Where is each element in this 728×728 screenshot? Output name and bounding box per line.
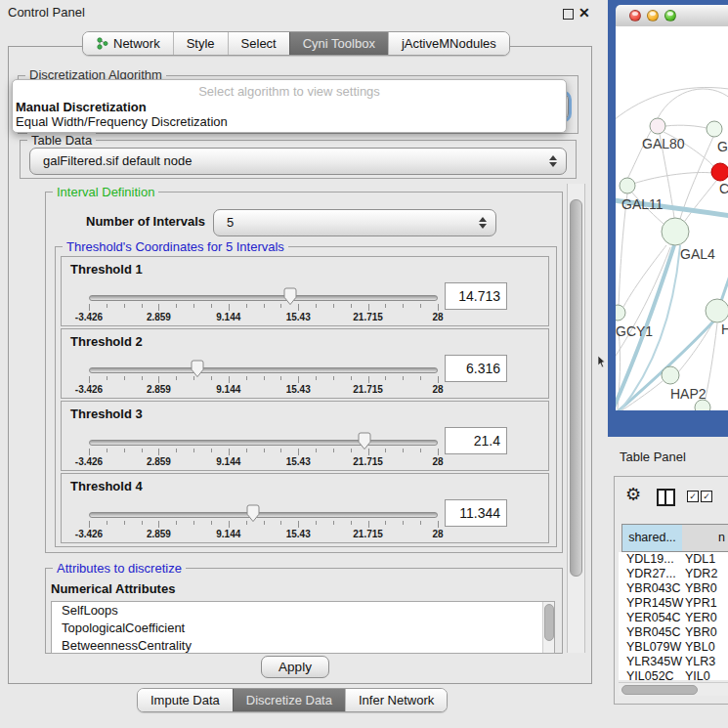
table-data-combobox[interactable]: galFiltered.sif default node	[29, 148, 567, 175]
panel-scrollbar-thumb[interactable]	[570, 199, 582, 577]
checkbox-icon[interactable]: ✓	[687, 491, 699, 502]
close-traffic-light[interactable]	[629, 10, 641, 21]
columns-icon[interactable]	[657, 489, 675, 506]
slider-tick	[158, 304, 159, 311]
network-edge[interactable]	[665, 125, 707, 128]
attribute-item[interactable]: BetweennessCentrality	[52, 637, 554, 654]
slider-track[interactable]	[89, 512, 438, 518]
threshold-label: Threshold 3	[70, 407, 143, 421]
table-row[interactable]: YDR27...YDR2	[619, 567, 728, 581]
checkbox-icon[interactable]: ✓	[701, 491, 712, 502]
network-edge[interactable]	[616, 247, 670, 359]
slider-thumb[interactable]	[191, 360, 204, 378]
slider-tick	[368, 376, 369, 383]
table-hscrollbar-thumb[interactable]	[621, 685, 698, 695]
network-node[interactable]	[711, 163, 728, 181]
threshold-slider[interactable]: -3.4262.8599.14415.4321.71528	[89, 507, 438, 540]
network-node[interactable]	[662, 218, 689, 245]
slider-tick	[420, 449, 421, 452]
control-panel-title: Control Panel	[8, 0, 85, 25]
tab-cyni-toolbox[interactable]: Cyni Toolbox	[289, 32, 388, 55]
popup-option-manual[interactable]: Manual Discretization	[16, 100, 147, 114]
slider-tick	[385, 449, 386, 452]
network-window-titlebar[interactable]	[616, 5, 728, 27]
network-node[interactable]	[706, 299, 728, 322]
zoom-traffic-light[interactable]	[664, 10, 676, 21]
network-node-label: H	[721, 321, 728, 337]
slider-scale: -3.4262.8599.14415.4321.71528	[89, 529, 438, 540]
network-window[interactable]: GAL80GACGAL11GAL4GCY1HHAP2	[608, 0, 728, 437]
table-row[interactable]: YLR345WYLR3	[619, 655, 728, 669]
threshold-slider[interactable]: -3.4262.8599.14415.4321.71528	[89, 290, 438, 323]
tab-impute-data[interactable]: Impute Data	[138, 689, 233, 711]
network-node[interactable]	[650, 118, 665, 134]
node-table-rows[interactable]: YDL19...YDL1YDR27...YDR2YBR043CYBR0YPR14…	[619, 552, 728, 680]
network-node[interactable]	[662, 366, 679, 384]
attribute-item[interactable]: TopologicalCoefficient	[52, 620, 554, 637]
numerical-attributes-list[interactable]: SelfLoopsTopologicalCoefficientBetweenne…	[51, 601, 555, 654]
slider-ticks	[89, 304, 438, 312]
table-hscrollbar[interactable]	[619, 682, 728, 696]
network-node-label: GAL80	[642, 136, 685, 151]
threshold-label: Threshold 1	[70, 262, 143, 277]
table-row[interactable]: YPR145WYPR1	[619, 596, 728, 611]
network-node[interactable]	[620, 178, 635, 193]
network-edge[interactable]	[658, 89, 728, 118]
list-scrollbar-thumb[interactable]	[544, 604, 554, 641]
table-row[interactable]: YBR045CYBR0	[619, 625, 728, 640]
table-row[interactable]: YDL19...YDL1	[619, 552, 728, 567]
network-edge[interactable]	[623, 245, 666, 307]
threshold-slider[interactable]: -3.4262.8599.14415.4321.71528	[89, 363, 438, 396]
threshold-label: Threshold 4	[70, 479, 143, 493]
tab-style[interactable]: Style	[173, 32, 228, 55]
numerical-attributes-label: Numerical Attributes	[51, 581, 175, 596]
slider-scale-label: 21.715	[353, 312, 383, 322]
slider-track[interactable]	[89, 295, 438, 301]
slider-thumb[interactable]	[283, 287, 297, 306]
slider-track[interactable]	[89, 440, 438, 446]
network-node-label: GAL11	[621, 196, 664, 212]
slider-tick	[264, 376, 265, 380]
close-icon[interactable]: ✕	[578, 5, 590, 21]
slider-scale-label: 9.144	[216, 529, 240, 539]
tab-infer-network[interactable]: Infer Network	[345, 689, 447, 711]
network-view-canvas[interactable]: GAL80GACGAL11GAL4GCY1HHAP2	[616, 26, 728, 410]
column-header-shared-name[interactable]: shared...	[621, 524, 683, 552]
num-intervals-combobox[interactable]: 5	[213, 209, 496, 236]
threshold-value-field[interactable]: 6.316	[445, 355, 507, 382]
minimize-traffic-light[interactable]	[647, 10, 659, 21]
slider-tick	[89, 304, 90, 311]
threshold-value-field[interactable]: 14.713	[445, 282, 507, 310]
table-row[interactable]: YBR043CYBR0	[619, 581, 728, 596]
table-row[interactable]: YBL079WYBL0	[619, 640, 728, 655]
slider-track[interactable]	[89, 367, 438, 373]
network-edge[interactable]	[680, 137, 713, 219]
slider-tick	[193, 521, 194, 525]
threshold-slider[interactable]: -3.4262.8599.14415.4321.71528	[89, 435, 438, 468]
slider-thumb[interactable]	[358, 432, 371, 450]
tab-jactivemnodules[interactable]: jActiveMNodules	[388, 32, 509, 55]
float-window-icon[interactable]	[563, 9, 574, 20]
network-edge[interactable]	[633, 172, 712, 184]
apply-button[interactable]: Apply	[261, 656, 329, 678]
table-row[interactable]: YIL052CYIL0	[619, 669, 728, 680]
gear-icon[interactable]: ⚙	[625, 485, 641, 504]
column-header-name[interactable]: n	[682, 524, 728, 552]
slider-scale-label: 9.144	[216, 456, 240, 467]
tab-select[interactable]: Select	[228, 32, 289, 55]
threshold-value-field[interactable]: 21.4	[445, 427, 507, 454]
list-scrollbar[interactable]	[542, 602, 554, 653]
threshold-value-field[interactable]: 11.344	[445, 499, 507, 527]
table-data-value: galFiltered.sif default node	[43, 149, 192, 174]
network-node[interactable]	[707, 121, 722, 137]
attribute-item[interactable]: SelfLoops	[52, 602, 554, 620]
network-node[interactable]	[616, 305, 625, 321]
network-edge[interactable]	[616, 87, 728, 120]
slider-tick	[124, 304, 125, 308]
network-node[interactable]	[695, 400, 710, 410]
tab-discretize-data[interactable]: Discretize Data	[233, 689, 345, 711]
popup-option-equal-width[interactable]: Equal Width/Frequency Discretization	[16, 114, 228, 129]
table-row[interactable]: YER054CYER0	[619, 611, 728, 625]
slider-thumb[interactable]	[246, 504, 260, 523]
tab-network[interactable]: Network	[83, 32, 173, 55]
